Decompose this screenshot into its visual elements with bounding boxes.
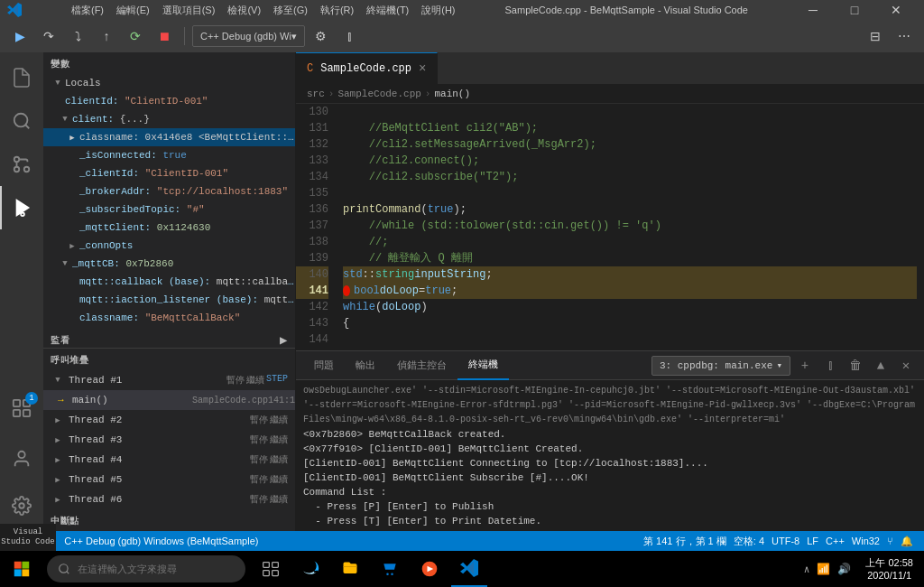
var-connopts[interactable]: ▶ _connOpts [43,237,295,255]
status-bell[interactable]: 🔔 [897,531,917,551]
breadcrumb-func[interactable]: main() [434,89,470,99]
panel-tab-output[interactable]: 輸出 [345,351,386,380]
extensions-icon[interactable]: 1 [0,387,43,430]
panel-tab-debug[interactable]: 偵錯主控台 [386,351,457,380]
menu-view[interactable]: 檢視(V) [222,2,266,19]
taskbar-search[interactable] [47,555,245,582]
system-tray[interactable]: ∧ 📶 🔊 [797,563,859,576]
taskbar-clock[interactable]: 上午 02:58 2020/11/1 [858,556,920,582]
status-encoding[interactable]: UTF-8 [768,531,803,551]
breakpoints-header[interactable]: 中斷點 [43,509,295,531]
start-button[interactable] [0,551,43,587]
status-line-col[interactable]: 第 141 行，第 1 欄 [640,531,730,551]
stop-button[interactable]: ⏹ [152,23,177,49]
code-content[interactable]: //BeMqttClient cli2("AB"); //cli2.setMes… [336,104,924,350]
step-into-button[interactable]: ⤵ [65,23,90,49]
callstack-frame-main[interactable]: → main() SampleCode.cpp 141:1 [43,390,295,410]
explorer-icon[interactable] [0,56,43,99]
terminal-content[interactable]: owsDebugLauncher.exe' '--stdin=Microsoft… [296,380,924,531]
more-actions-button[interactable]: ⋯ [892,23,917,49]
close-button[interactable]: ✕ [875,0,917,20]
terminal-add-button[interactable]: + [794,355,816,377]
menu-selection[interactable]: 選取項目(S) [157,2,221,19]
thread-5-header[interactable]: ▶ Thread #5 暫停 繼續 [43,470,295,489]
breadcrumb-file[interactable]: SampleCode.cpp [337,89,420,99]
thread-4-header[interactable]: ▶ Thread #4 暫停 繼續 [43,450,295,470]
var-iaction-base[interactable]: mqtt::iaction_listener (base): mqtt::... [43,291,295,309]
edge-icon[interactable] [292,551,328,587]
var-isconnected[interactable]: _isConnected: true [43,146,295,164]
panel-tab-problems[interactable]: 問題 [303,351,345,380]
minimize-button[interactable]: ─ [792,0,834,20]
split-editor-button[interactable]: ⫿ [337,23,363,49]
var-client[interactable]: ▼ client: {...} [43,110,295,128]
menu-run[interactable]: 執行(R) [315,2,359,19]
thread-1-pause[interactable]: 暫停 [226,374,245,387]
terminal-trash-button[interactable]: 🗑 [845,355,866,377]
var-clientid-field[interactable]: _clientId: "ClientID-001" [43,164,295,182]
tab-close-icon[interactable]: × [419,61,426,76]
var-mqttclient[interactable]: _mqttClient: 0x1124630 [43,219,295,237]
source-control-icon[interactable] [0,143,43,186]
status-eol[interactable]: LF [803,531,822,551]
thread-2-header[interactable]: ▶ Thread #2 暫停 繼續 [43,410,295,430]
menu-file[interactable]: 檔案(F) [66,2,109,19]
debug-run-icon[interactable] [0,186,43,229]
panel-tab-terminal[interactable]: 終端機 [457,351,509,380]
thread-1-step[interactable]: STEP [266,374,288,387]
search-icon[interactable] [0,99,43,143]
svg-rect-21 [263,571,270,576]
thread-6-header[interactable]: ▶ Thread #6 暫停 繼續 [43,489,295,509]
var-subscribedtopic[interactable]: _subscribedTopic: "#" [43,200,295,219]
terminal-selector-dropdown[interactable]: 3: cppdbg: main.exe ▾ [651,356,790,376]
terminal-split-button[interactable]: ⫿ [819,355,841,377]
maximize-button[interactable]: □ [834,0,875,20]
step-over-button[interactable]: ↷ [36,23,61,49]
music-icon[interactable] [411,551,448,587]
step-out-button[interactable]: ↑ [94,23,119,49]
breadcrumb-src[interactable]: src [307,89,325,99]
task-view-button[interactable] [253,551,289,587]
status-platform[interactable]: Win32 [848,531,883,551]
menu-terminal[interactable]: 終端機(T) [361,2,414,19]
store-icon[interactable] [372,551,408,587]
panel-maximize-button[interactable]: ▲ [870,355,892,377]
menu-help[interactable]: 說明(H) [416,2,460,19]
var-clientid[interactable]: clientId: "ClientID-001" [43,92,295,110]
watch-header[interactable]: 監看 ▶ [43,327,295,348]
file-explorer-icon[interactable] [332,551,368,587]
variables-header[interactable]: 變數 [43,52,295,74]
status-spaces[interactable]: 空格: 4 [730,531,768,551]
status-branch[interactable]: ⑂ [883,531,897,551]
locals-header[interactable]: ▼ Locals [43,74,295,92]
continue-button[interactable]: ▶ [7,23,32,49]
vscode-taskbar-icon[interactable] [451,551,487,587]
panel-close-button[interactable]: ✕ [895,355,917,377]
debug-config-label: C++ Debug (gdb) Wi▾ [200,31,297,42]
status-language[interactable]: C++ [822,531,848,551]
var-classname[interactable]: ▶ classname: 0x4146e8 <BeMqttClient::BeM… [43,128,295,146]
var-classname2[interactable]: classname: "BeMqttCallBack" [43,309,295,327]
callstack-header[interactable]: 呼叫堆疊 [43,349,295,370]
thread-1-continue[interactable]: 繼續 [246,374,264,387]
menu-edit[interactable]: 編輯(E) [111,2,155,19]
var-brokeraddr[interactable]: _brokerAddr: "tcp://localhost:1883" [43,182,295,200]
status-mode[interactable]: C++ Debug (gdb) Windows (BeMqttSample) [60,531,262,551]
sidebar-toggle-button[interactable]: ⊟ [863,23,888,49]
taskbar-search-input[interactable] [78,564,222,574]
var-callback-base[interactable]: mqtt::callback (base): mqtt::callback... [43,273,295,291]
account-icon[interactable] [0,437,43,480]
tab-samplecode[interactable]: C SampleCode.cpp × [296,52,438,84]
menu-goto[interactable]: 移至(G) [268,2,313,19]
thread-3-header[interactable]: ▶ Thread #3 暫停 繼續 [43,430,295,450]
svg-rect-10 [23,410,30,416]
thread-1-header[interactable]: ▼ Thread #1 暫停 繼續 STEP [43,370,295,390]
svg-rect-9 [14,410,20,416]
svg-point-12 [19,503,24,508]
debug-config-dropdown[interactable]: C++ Debug (gdb) Wi▾ [192,25,305,47]
restart-button[interactable]: ⟳ [123,23,148,49]
settings-gear-icon[interactable] [0,484,43,527]
taskbar-date-value: 2020/11/1 [865,569,913,582]
settings-button[interactable]: ⚙ [309,23,334,49]
var-mqttcb[interactable]: ▼ _mqttCB: 0x7b2860 [43,255,295,273]
